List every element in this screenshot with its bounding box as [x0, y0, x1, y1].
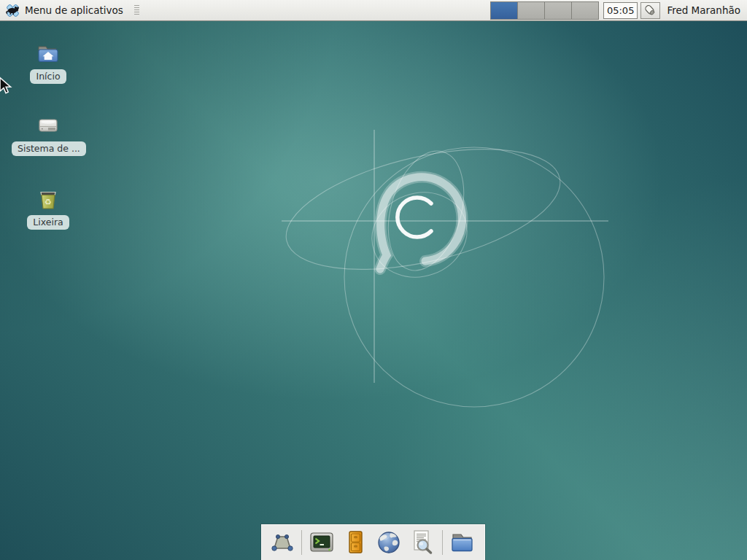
workspace-1[interactable] [491, 2, 517, 19]
file-cabinet-launcher[interactable] [338, 526, 372, 559]
tray-button[interactable] [640, 2, 660, 19]
panel-grip-handle[interactable] [134, 5, 139, 16]
file-cabinet-icon [341, 528, 370, 557]
top-panel: Menu de aplicativos 05:05 Fred Maranhão [0, 0, 747, 21]
home-folder-icon [35, 41, 61, 66]
wallpaper-debian-lines [0, 0, 747, 560]
show-desktop-icon [267, 528, 296, 557]
desktop-icon-trash[interactable]: ♻ Lixeira [12, 187, 85, 230]
desktop-icon-label: Sistema de ... [12, 141, 86, 156]
clock[interactable]: 05:05 [603, 2, 638, 19]
document-search-icon [408, 528, 437, 557]
workspace-switcher [490, 1, 599, 20]
globe-icon [374, 528, 403, 557]
mouse-indicator-icon [643, 4, 657, 18]
user-menu[interactable]: Fred Maranhão [667, 4, 740, 16]
file-manager-launcher[interactable] [446, 526, 479, 559]
document-search-launcher[interactable] [406, 526, 439, 559]
desktop-icon-filesystem[interactable]: Sistema de ... [12, 113, 85, 156]
terminal-launcher[interactable] [305, 526, 338, 559]
applications-menu-label: Menu de aplicativos [25, 4, 123, 16]
filesystem-drive-icon [35, 113, 61, 138]
applications-menu-button[interactable]: Menu de aplicativos [0, 0, 128, 20]
trash-icon: ♻ [35, 187, 61, 211]
xfce-menu-icon [4, 2, 21, 19]
web-browser-launcher[interactable] [372, 526, 406, 559]
debian-swirl [380, 177, 462, 269]
workspace-2[interactable] [518, 2, 544, 19]
desktop-icon-home[interactable]: Início [12, 41, 85, 84]
show-desktop-launcher[interactable] [265, 526, 298, 559]
dock-separator [442, 530, 443, 555]
terminal-icon [307, 528, 336, 557]
desktop-icon-label: Início [30, 69, 66, 84]
desktop-root: Menu de aplicativos 05:05 Fred Maranhão [0, 0, 747, 560]
desktop-icon-label: Lixeira [27, 215, 69, 230]
folder-icon [448, 528, 477, 557]
workspace-4[interactable] [572, 2, 598, 19]
clock-time: 05:05 [607, 5, 634, 16]
svg-text:♻: ♻ [44, 198, 52, 207]
dock-separator [301, 530, 302, 555]
bottom-dock [261, 524, 485, 560]
workspace-3[interactable] [545, 2, 571, 19]
